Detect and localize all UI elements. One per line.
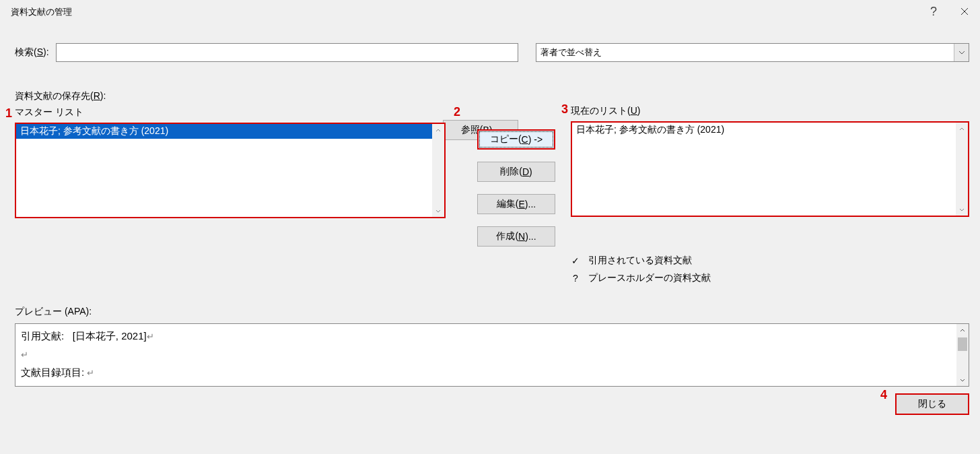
master-column: 資料文献の保存先(R): マスター リスト 参照(B)... 1 日本花子; 参… bbox=[15, 90, 446, 218]
preview-box: 引用文献: [日本花子, 2021]↵ ↵ 文献目録項目: ↵ bbox=[15, 323, 969, 387]
scroll-up-icon[interactable] bbox=[956, 324, 969, 336]
check-icon: ✓ bbox=[571, 255, 580, 266]
storage-label: 資料文献の保存先(R): bbox=[15, 90, 446, 102]
source-manager-dialog: 資料文献の管理 ? 検索(S): 著者で並べ替え bbox=[0, 0, 980, 454]
scrollbar[interactable] bbox=[432, 124, 444, 217]
legend-cited: ✓ 引用されている資料文献 bbox=[571, 255, 969, 267]
copy-button[interactable]: コピー(C) -> bbox=[477, 129, 555, 150]
legend-placeholder: ? プレースホルダーの資料文献 bbox=[571, 272, 969, 284]
preview-biblio-line: 文献目録項目: ↵ bbox=[21, 363, 963, 381]
master-labels: 資料文献の保存先(R): マスター リスト bbox=[15, 90, 446, 119]
legend-placeholder-text: プレースホルダーの資料文献 bbox=[588, 272, 711, 284]
scroll-thumb[interactable] bbox=[958, 337, 967, 351]
paragraph-mark-icon: ↵ bbox=[87, 368, 94, 378]
scrollbar[interactable] bbox=[956, 123, 968, 216]
close-icon[interactable] bbox=[949, 0, 980, 23]
current-list-label: 現在のリスト(U) bbox=[571, 105, 969, 117]
delete-button[interactable]: 削除(D) bbox=[477, 162, 555, 182]
action-button-column: 2 コピー(C) -> 削除(D) 編集(E)... 作成(N)... bbox=[466, 121, 567, 247]
preview-label: プレビュー (APA): bbox=[15, 306, 969, 318]
legend: ✓ 引用されている資料文献 ? プレースホルダーの資料文献 bbox=[571, 255, 969, 284]
scroll-down-icon[interactable] bbox=[956, 203, 968, 216]
legend-cited-text: 引用されている資料文献 bbox=[588, 255, 692, 267]
paragraph-mark-icon: ↵ bbox=[21, 350, 28, 360]
help-icon[interactable]: ? bbox=[918, 0, 949, 23]
current-column: 3 現在のリスト(U) 日本花子; 参考文献の書き方 (2021) ✓ 引用され… bbox=[571, 105, 969, 290]
scroll-up-icon[interactable] bbox=[432, 124, 444, 136]
sort-select-value: 著者で並べ替え bbox=[540, 46, 602, 59]
titlebar-controls: ? bbox=[918, 0, 980, 23]
paragraph-mark-icon: ↵ bbox=[147, 331, 154, 342]
list-item[interactable]: 日本花子; 参考文献の書き方 (2021) bbox=[572, 123, 968, 137]
search-input[interactable] bbox=[56, 43, 518, 62]
scrollbar[interactable] bbox=[956, 324, 969, 386]
preview-empty-line: ↵ bbox=[21, 345, 963, 363]
scroll-down-icon[interactable] bbox=[432, 205, 444, 217]
annotation-2: 2 bbox=[454, 105, 460, 119]
annotation-4: 4 bbox=[880, 388, 887, 402]
list-item[interactable]: 日本花子; 参考文献の書き方 (2021) bbox=[16, 124, 444, 139]
current-listbox[interactable]: 日本花子; 参考文献の書き方 (2021) bbox=[571, 121, 969, 217]
scroll-up-icon[interactable] bbox=[956, 123, 968, 135]
question-icon: ? bbox=[571, 273, 580, 284]
sort-wrap: 著者で並べ替え bbox=[536, 43, 969, 62]
close-button[interactable]: 閉じる bbox=[895, 393, 969, 415]
search-row: 検索(S): 著者で並べ替え bbox=[15, 43, 969, 62]
new-button[interactable]: 作成(N)... bbox=[477, 226, 555, 247]
titlebar: 資料文献の管理 ? bbox=[0, 0, 980, 24]
edit-button[interactable]: 編集(E)... bbox=[477, 194, 555, 214]
master-list-label: マスター リスト bbox=[15, 106, 446, 119]
preview-citation-line: 引用文献: [日本花子, 2021]↵ bbox=[21, 327, 963, 345]
annotation-3: 3 bbox=[561, 102, 568, 117]
dialog-title: 資料文献の管理 bbox=[11, 6, 72, 18]
sort-select[interactable]: 著者で並べ替え bbox=[536, 43, 969, 62]
chevron-down-icon bbox=[954, 44, 969, 61]
scroll-down-icon[interactable] bbox=[956, 374, 969, 386]
master-listbox[interactable]: 日本花子; 参考文献の書き方 (2021) bbox=[15, 123, 446, 218]
annotation-1: 1 bbox=[5, 106, 12, 121]
search-label: 検索(S): bbox=[15, 46, 49, 59]
